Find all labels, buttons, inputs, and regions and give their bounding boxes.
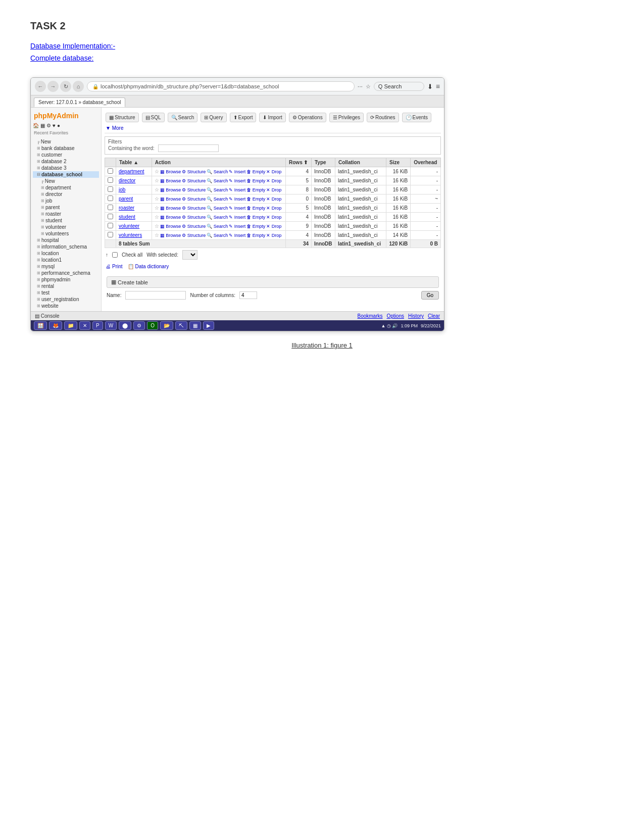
browse-link[interactable]: ▦ Browse	[160, 214, 181, 220]
query-btn[interactable]: ⊞ Query	[201, 113, 226, 122]
search-link[interactable]: 🔍 Search	[207, 187, 228, 192]
star-icon[interactable]: ☆	[155, 232, 159, 238]
insert-link[interactable]: ✎ Insert	[229, 205, 245, 211]
row-checkbox[interactable]	[108, 186, 113, 192]
back-button[interactable]: ←	[35, 81, 46, 92]
search-link[interactable]: 🔍 Search	[207, 196, 228, 202]
routines-btn[interactable]: ⟳ Routines	[367, 113, 399, 122]
structure-link[interactable]: ⚙ Structure	[182, 187, 206, 192]
taskbar-firefox[interactable]: 🦊	[49, 321, 62, 330]
operations-btn[interactable]: ⚙ Operations	[289, 113, 326, 122]
star-icon[interactable]: ☆	[155, 169, 159, 174]
structure-btn[interactable]: ▦ Structure	[106, 113, 139, 122]
search-link[interactable]: 🔍 Search	[207, 178, 228, 183]
row-checkbox[interactable]	[108, 205, 113, 210]
insert-link[interactable]: ✎ Insert	[229, 169, 245, 174]
sidebar-item-database2[interactable]: ⊞ database 2	[33, 158, 99, 165]
sidebar-item-customer[interactable]: ⊞ customer	[33, 152, 99, 158]
empty-link[interactable]: 🗑 Empty	[246, 178, 265, 183]
table-name-link[interactable]: department	[119, 169, 144, 174]
sidebar-item-mysql[interactable]: ⊞ mysql	[33, 263, 99, 270]
taskbar-media[interactable]: ▶	[203, 321, 214, 330]
browse-link[interactable]: ▦ Browse	[160, 232, 181, 238]
table-name-link[interactable]: parent	[119, 196, 133, 202]
browse-link[interactable]: ▦ Browse	[160, 196, 181, 202]
header-table[interactable]: Table ▲	[116, 158, 152, 167]
sidebar-item-department[interactable]: ⊞ department	[33, 184, 99, 191]
insert-link[interactable]: ✎ Insert	[229, 223, 245, 229]
row-checkbox[interactable]	[108, 177, 113, 183]
home-icon[interactable]: 🏠	[33, 123, 39, 128]
more-link[interactable]: ▼ More	[106, 125, 123, 131]
empty-link[interactable]: 🗑 Empty	[246, 223, 265, 229]
settings-icon[interactable]: ⚙	[46, 123, 51, 128]
row-checkbox[interactable]	[108, 214, 113, 219]
taskbar-app[interactable]: ⛏	[175, 321, 187, 330]
drop-link[interactable]: ✕ Drop	[266, 169, 281, 174]
sidebar-item-website[interactable]: ⊞ website	[33, 303, 99, 309]
table-name-link[interactable]: student	[119, 214, 135, 220]
taskbar-table[interactable]: ▦	[189, 321, 201, 330]
table-name-link[interactable]: director	[119, 178, 135, 183]
taskbar-x[interactable]: ✕	[79, 321, 90, 330]
insert-link[interactable]: ✎ Insert	[229, 178, 245, 183]
data-dictionary-button[interactable]: 📋 Data dictionary	[128, 264, 169, 269]
empty-link[interactable]: 🗑 Empty	[246, 232, 265, 238]
forward-button[interactable]: →	[47, 81, 59, 92]
export-btn[interactable]: ⬆ Export	[230, 113, 257, 122]
insert-link[interactable]: ✎ Insert	[229, 232, 245, 238]
console-link[interactable]: Clear	[428, 313, 440, 319]
sidebar-item-location[interactable]: ⊞ location	[33, 250, 99, 257]
drop-link[interactable]: ✕ Drop	[266, 214, 281, 220]
table-name-link[interactable]: roaster	[119, 205, 134, 211]
sidebar-item-director[interactable]: ⊞ director	[33, 191, 99, 198]
search-btn[interactable]: 🔍 Search	[168, 113, 198, 122]
search-link[interactable]: 🔍 Search	[207, 223, 228, 229]
drop-link[interactable]: ✕ Drop	[266, 205, 281, 211]
console-link[interactable]: History	[408, 313, 424, 319]
row-checkbox[interactable]	[108, 168, 113, 174]
table-name-link[interactable]: volunteer	[119, 223, 139, 229]
search-box[interactable]: Q Search	[374, 82, 424, 91]
empty-link[interactable]: 🗑 Empty	[246, 214, 265, 220]
structure-link[interactable]: ⚙ Structure	[182, 205, 206, 211]
browse-link[interactable]: ▦ Browse	[160, 223, 181, 229]
taskbar-word[interactable]: W	[105, 321, 117, 330]
sidebar-item-location1[interactable]: ⊞ location1	[33, 257, 99, 263]
with-selected-dropdown[interactable]	[182, 250, 197, 260]
star-icon[interactable]: ☆	[155, 187, 159, 192]
drop-link[interactable]: ✕ Drop	[266, 178, 281, 183]
browse-link[interactable]: ▦ Browse	[160, 187, 181, 192]
row-checkbox[interactable]	[108, 232, 113, 237]
sql-btn[interactable]: ▤ SQL	[142, 113, 165, 122]
sidebar-item-bank-database[interactable]: ⊞ bank database	[33, 145, 99, 152]
taskbar-explorer[interactable]: 📁	[64, 321, 77, 330]
sidebar-item-student[interactable]: ⊞ student	[33, 217, 99, 224]
download-icon[interactable]: ⬇	[427, 83, 433, 90]
check-all-checkbox[interactable]	[112, 252, 118, 258]
sidebar-item-new2[interactable]: ╔ New	[33, 178, 99, 184]
table-name-link[interactable]: job	[119, 187, 125, 192]
go-button[interactable]: Go	[421, 291, 439, 300]
empty-link[interactable]: 🗑 Empty	[246, 169, 265, 174]
empty-link[interactable]: 🗑 Empty	[246, 205, 265, 211]
row-checkbox[interactable]	[108, 195, 113, 201]
sidebar-item-user-registration[interactable]: ⊞ user_registration	[33, 296, 99, 303]
browse-link[interactable]: ▦ Browse	[160, 205, 181, 211]
drop-link[interactable]: ✕ Drop	[266, 223, 281, 229]
empty-link[interactable]: 🗑 Empty	[246, 196, 265, 202]
header-rows[interactable]: Rows ⬆	[286, 158, 312, 167]
console-link[interactable]: Options	[387, 313, 404, 319]
search-link[interactable]: 🔍 Search	[207, 232, 228, 238]
sidebar-item-roaster[interactable]: ⊞ roaster	[33, 211, 99, 217]
star-icon[interactable]: ☆	[155, 205, 159, 211]
taskbar-start[interactable]: 🪟	[34, 321, 47, 330]
search-link[interactable]: 🔍 Search	[207, 169, 228, 174]
search-link[interactable]: 🔍 Search	[207, 214, 228, 220]
star-icon[interactable]: ☆	[155, 223, 159, 229]
drop-link[interactable]: ✕ Drop	[266, 232, 281, 238]
drop-link[interactable]: ✕ Drop	[266, 196, 281, 202]
sidebar-item-test[interactable]: ⊞ test	[33, 289, 99, 296]
sidebar-item-database-school[interactable]: ⊟ database_school	[33, 171, 99, 178]
sql-icon[interactable]: ▦	[40, 123, 45, 128]
